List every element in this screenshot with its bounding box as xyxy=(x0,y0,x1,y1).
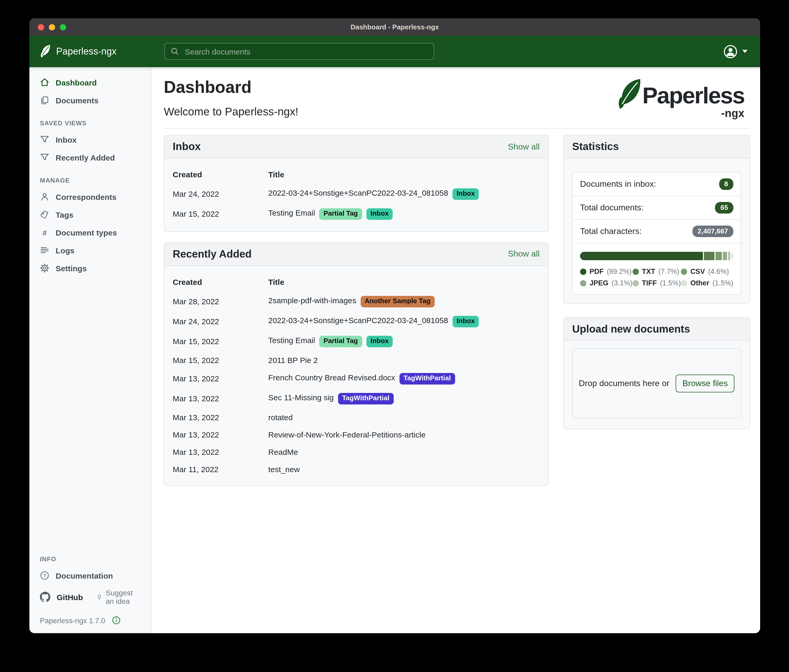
sidebar-item-settings[interactable]: Settings xyxy=(29,259,151,277)
github-link[interactable]: GitHub xyxy=(57,592,83,602)
legend-percentage: (1.5%) xyxy=(660,279,681,287)
legend-item-pdf: PDF(89.2%) xyxy=(580,268,632,275)
inbox-card: Inbox Show all Created Title xyxy=(164,135,549,232)
legend-dot xyxy=(681,268,687,275)
legend-percentage: (7.7%) xyxy=(658,268,680,275)
tag-badge[interactable]: Inbox xyxy=(366,208,393,220)
sidebar: Dashboard Documents SAVED VIEWS Inbox Re xyxy=(29,67,151,633)
logo-suffix: -ngx xyxy=(721,107,744,119)
tag-badge[interactable]: Inbox xyxy=(452,316,479,327)
tag-badge[interactable]: Inbox xyxy=(452,188,479,200)
sidebar-item-documents[interactable]: Documents xyxy=(29,91,151,109)
dropzone-text: Drop documents here or xyxy=(579,379,669,388)
sidebar-item-dashboard[interactable]: Dashboard xyxy=(29,73,151,91)
table-row[interactable]: Mar 13, 2022rotated xyxy=(173,408,540,426)
suggest-idea-link[interactable]: Suggest an idea xyxy=(97,589,140,605)
inbox-show-all-link[interactable]: Show all xyxy=(508,142,540,151)
file-type-stacked-bar xyxy=(580,252,733,260)
paperless-leaf-icon xyxy=(39,44,51,59)
filter-funnel-icon xyxy=(40,135,50,144)
home-icon xyxy=(40,78,50,87)
document-created-date: Mar 24, 2022 xyxy=(173,312,268,331)
sidebar-item-label: Documentation xyxy=(56,571,113,580)
table-row[interactable]: Mar 15, 20222011 BP Pie 2 xyxy=(173,351,540,368)
stat-row-total-documents: Total documents: 65 xyxy=(573,196,741,220)
table-row[interactable]: Mar 15, 2022Testing EmailPartial TagInbo… xyxy=(173,331,540,352)
stat-label: Total characters: xyxy=(580,227,642,236)
welcome-message: Welcome to Paperless-ngx! xyxy=(164,105,299,118)
legend-name: TIFF xyxy=(642,279,657,287)
recently-added-show-all-link[interactable]: Show all xyxy=(508,250,540,259)
document-created-date: Mar 13, 2022 xyxy=(173,408,268,426)
table-row[interactable]: Mar 13, 2022French Country Bread Revised… xyxy=(173,368,540,389)
sidebar-item-logs[interactable]: Logs xyxy=(29,241,151,259)
inbox-card-title: Inbox xyxy=(173,140,201,153)
gear-icon xyxy=(40,263,50,273)
user-menu[interactable] xyxy=(724,44,747,59)
app-version-row: Paperless-ngx 1.7.0 xyxy=(29,610,151,628)
sidebar-item-recently-added[interactable]: Recently Added xyxy=(29,148,151,166)
person-icon xyxy=(40,192,50,201)
table-row[interactable]: Mar 13, 2022ReadMe xyxy=(173,443,540,460)
table-row[interactable]: Mar 13, 2022Sec 11-Missing sigTagWithPar… xyxy=(173,389,540,408)
legend-percentage: (3.1%) xyxy=(612,279,632,287)
document-title: rotated xyxy=(268,412,293,422)
sidebar-item-label: Inbox xyxy=(56,135,77,144)
tag-badge[interactable]: Partial Tag xyxy=(319,208,362,220)
legend-item-txt: TXT(7.7%) xyxy=(632,268,681,275)
sidebar-item-inbox[interactable]: Inbox xyxy=(29,131,151,148)
table-row[interactable]: Mar 15, 2022Testing EmailPartial TagInbo… xyxy=(173,204,540,224)
file-type-chart: PDF(89.2%)TXT(7.7%)CSV(4.6%)JPEG(3.1%)TI… xyxy=(573,244,741,294)
document-created-date: Mar 28, 2022 xyxy=(173,292,268,312)
bar-segment-tiff xyxy=(728,252,730,260)
bar-segment-other xyxy=(731,252,733,260)
statistics-list: Documents in inbox: 8 Total documents: 6… xyxy=(572,172,741,295)
document-title: 2022-03-24+Sonstige+ScanPC2022-03-24_081… xyxy=(268,316,448,325)
browse-files-button[interactable]: Browse files xyxy=(676,374,735,392)
sidebar-item-document-types[interactable]: # Document types xyxy=(29,223,151,241)
statistics-card-title: Statistics xyxy=(572,140,619,153)
upload-dropzone[interactable]: Drop documents here or Browse files xyxy=(572,348,741,418)
document-title: Review-of-New-York-Federal-Petitions-art… xyxy=(268,430,425,439)
info-header: INFO xyxy=(29,556,151,563)
table-row[interactable]: Mar 24, 20222022-03-24+Sonstige+ScanPC20… xyxy=(173,184,540,204)
sidebar-item-documentation[interactable]: ? Documentation xyxy=(29,567,151,584)
zoom-window-button[interactable] xyxy=(60,24,66,30)
minimize-window-button[interactable] xyxy=(49,24,55,30)
column-header-title: Title xyxy=(268,162,540,184)
tag-badge[interactable]: TagWithPartial xyxy=(399,373,455,384)
legend-name: CSV xyxy=(690,268,705,275)
filter-funnel-icon xyxy=(40,153,50,162)
brand-link[interactable]: Paperless-ngx xyxy=(29,44,152,59)
legend-name: JPEG xyxy=(589,279,609,287)
legend-dot xyxy=(580,280,586,286)
sidebar-item-correspondents[interactable]: Correspondents xyxy=(29,188,151,205)
table-row[interactable]: Mar 28, 20222sample-pdf-with-imagesAnoth… xyxy=(173,292,540,312)
chevron-down-icon xyxy=(742,50,747,53)
table-row[interactable]: Mar 13, 2022Review-of-New-York-Federal-P… xyxy=(173,426,540,443)
close-window-button[interactable] xyxy=(38,24,44,30)
page-title: Dashboard xyxy=(164,78,299,97)
macos-titlebar: Dashboard - Paperless-ngx xyxy=(29,18,760,36)
saved-views-header: SAVED VIEWS xyxy=(29,119,151,127)
sidebar-item-tags[interactable]: Tags xyxy=(29,205,151,223)
tag-badge[interactable]: Another Sample Tag xyxy=(360,296,434,307)
inbox-table: Created Title Mar 24, 20222022-03-24+Son… xyxy=(173,162,540,224)
upload-card-title: Upload new documents xyxy=(572,323,690,335)
sidebar-links-row: GitHub Suggest an idea xyxy=(29,584,151,610)
tag-badge[interactable]: Inbox xyxy=(366,336,393,347)
info-icon[interactable] xyxy=(112,616,120,625)
document-created-date: Mar 13, 2022 xyxy=(173,389,268,408)
app-version: Paperless-ngx 1.7.0 xyxy=(40,616,105,624)
document-created-date: Mar 11, 2022 xyxy=(173,460,268,478)
tag-badge[interactable]: TagWithPartial xyxy=(338,393,394,404)
table-row[interactable]: Mar 24, 20222022-03-24+Sonstige+ScanPC20… xyxy=(173,312,540,331)
tag-badge[interactable]: Partial Tag xyxy=(319,336,362,347)
document-created-date: Mar 13, 2022 xyxy=(173,443,268,460)
table-row[interactable]: Mar 11, 2022test_new xyxy=(173,460,540,478)
search-input[interactable] xyxy=(184,46,428,56)
sidebar-item-label: Tags xyxy=(56,210,73,219)
document-created-date: Mar 15, 2022 xyxy=(173,351,268,368)
github-icon xyxy=(40,592,50,602)
document-title: Testing Email xyxy=(268,336,315,345)
